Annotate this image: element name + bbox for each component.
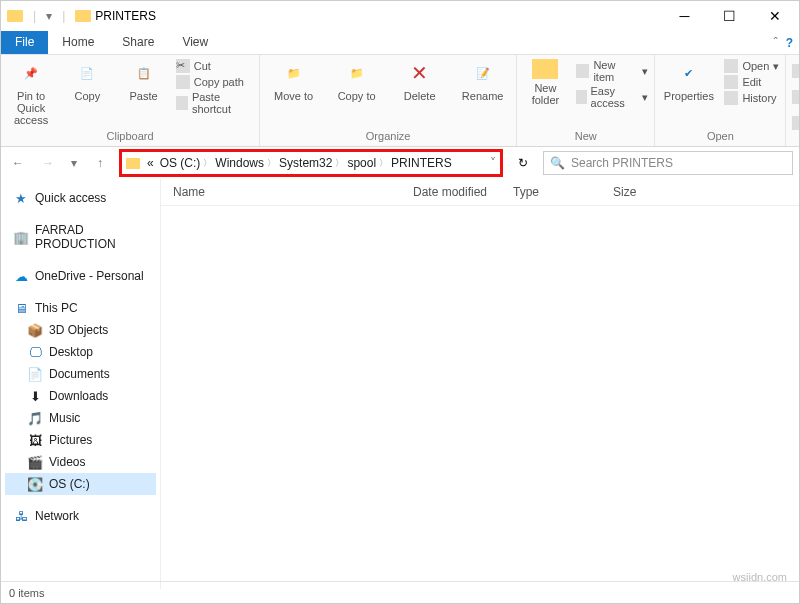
maximize-button[interactable]: ☐ bbox=[707, 2, 752, 30]
group-open: ✔Properties Open ▾ Edit History Open bbox=[655, 55, 786, 146]
minimize-button[interactable]: ─ bbox=[662, 2, 707, 30]
copy-label: Copy bbox=[75, 90, 101, 102]
chevron-right-icon[interactable]: 〉 bbox=[267, 157, 276, 170]
qat-dropdown-icon[interactable]: ▾ bbox=[46, 9, 52, 23]
breadcrumb[interactable]: Windows bbox=[215, 156, 264, 170]
breadcrumb[interactable]: spool bbox=[347, 156, 376, 170]
window-folder-icon bbox=[75, 10, 91, 22]
open-button[interactable]: Open ▾ bbox=[724, 59, 779, 73]
recent-locations-button[interactable]: ▾ bbox=[67, 152, 81, 174]
help-icon[interactable]: ? bbox=[786, 36, 793, 50]
sidebar-item-music[interactable]: 🎵Music bbox=[5, 407, 156, 429]
view-tab[interactable]: View bbox=[168, 31, 222, 54]
column-type[interactable]: Type bbox=[513, 185, 613, 199]
new-item-button[interactable]: New item ▾ bbox=[576, 59, 649, 83]
chevron-right-icon[interactable]: 〉 bbox=[379, 157, 388, 170]
invert-selection-button[interactable]: Invert selection bbox=[792, 111, 800, 135]
column-size[interactable]: Size bbox=[613, 185, 693, 199]
new-item-icon bbox=[576, 64, 590, 78]
group-label: Select bbox=[792, 135, 800, 151]
search-input[interactable]: 🔍 Search PRINTERS bbox=[543, 151, 793, 175]
column-date[interactable]: Date modified bbox=[413, 185, 513, 199]
address-dropdown-icon[interactable]: ˅ bbox=[490, 156, 496, 170]
pin-icon: 📌 bbox=[17, 59, 45, 87]
history-icon bbox=[724, 91, 738, 105]
sidebar-item-farrad[interactable]: 🏢FARRAD PRODUCTION bbox=[5, 219, 156, 255]
delete-button[interactable]: ✕Delete bbox=[392, 59, 447, 102]
chevron-right-icon[interactable]: 〉 bbox=[335, 157, 344, 170]
sidebar-item-documents[interactable]: 📄Documents bbox=[5, 363, 156, 385]
pin-to-quick-access-button[interactable]: 📌 Pin to Quick access bbox=[7, 59, 55, 126]
sidebar-item-this-pc[interactable]: 🖥This PC bbox=[5, 297, 156, 319]
edit-button[interactable]: Edit bbox=[724, 75, 779, 89]
new-folder-button[interactable]: New folder bbox=[523, 59, 568, 106]
column-name[interactable]: Name bbox=[173, 185, 413, 199]
file-list[interactable]: Name Date modified Type Size bbox=[161, 179, 799, 589]
address-folder-icon bbox=[126, 158, 140, 169]
move-to-button[interactable]: 📁Move to bbox=[266, 59, 321, 102]
pc-icon: 🖥 bbox=[13, 301, 29, 315]
music-icon: 🎵 bbox=[27, 411, 43, 425]
breadcrumb[interactable]: « bbox=[147, 156, 154, 170]
sidebar-item-3d-objects[interactable]: 📦3D Objects bbox=[5, 319, 156, 341]
forward-button[interactable]: → bbox=[37, 152, 59, 174]
edit-icon bbox=[724, 75, 738, 89]
sidebar-item-quick-access[interactable]: ★Quick access bbox=[5, 187, 156, 209]
star-icon: ★ bbox=[13, 191, 29, 205]
paste-button[interactable]: 📋 Paste bbox=[119, 59, 167, 102]
sidebar-item-os-c[interactable]: 💽OS (C:) bbox=[5, 473, 156, 495]
desktop-icon: 🖵 bbox=[27, 345, 43, 359]
sidebar-item-videos[interactable]: 🎬Videos bbox=[5, 451, 156, 473]
column-headers[interactable]: Name Date modified Type Size bbox=[161, 179, 799, 206]
history-button[interactable]: History bbox=[724, 91, 779, 105]
cut-button[interactable]: ✂Cut bbox=[176, 59, 253, 73]
copy-button[interactable]: 📄 Copy bbox=[63, 59, 111, 102]
status-bar: 0 items bbox=[1, 581, 799, 603]
rename-button[interactable]: 📝Rename bbox=[455, 59, 510, 102]
group-label: Clipboard bbox=[7, 128, 253, 144]
quick-access-toolbar-divider: | bbox=[62, 9, 65, 23]
file-tab[interactable]: File bbox=[1, 31, 48, 54]
ribbon: 📌 Pin to Quick access 📄 Copy 📋 Paste ✂Cu… bbox=[1, 55, 799, 147]
breadcrumb[interactable]: OS (C:) bbox=[160, 156, 201, 170]
search-icon: 🔍 bbox=[550, 156, 565, 170]
select-all-icon bbox=[792, 64, 800, 78]
delete-icon: ✕ bbox=[406, 59, 434, 87]
paste-shortcut-button[interactable]: Paste shortcut bbox=[176, 91, 253, 115]
properties-button[interactable]: ✔Properties bbox=[661, 59, 716, 102]
home-tab[interactable]: Home bbox=[48, 31, 108, 54]
pin-label: Pin to Quick access bbox=[7, 90, 55, 126]
refresh-button[interactable]: ↻ bbox=[511, 156, 535, 170]
move-to-icon: 📁 bbox=[280, 59, 308, 87]
back-button[interactable]: ← bbox=[7, 152, 29, 174]
breadcrumb[interactable]: PRINTERS bbox=[391, 156, 452, 170]
copy-path-button[interactable]: Copy path bbox=[176, 75, 253, 89]
easy-access-button[interactable]: Easy access ▾ bbox=[576, 85, 649, 109]
copy-to-button[interactable]: 📁Copy to bbox=[329, 59, 384, 102]
group-clipboard: 📌 Pin to Quick access 📄 Copy 📋 Paste ✂Cu… bbox=[1, 55, 260, 146]
sidebar-item-pictures[interactable]: 🖼Pictures bbox=[5, 429, 156, 451]
up-button[interactable]: ↑ bbox=[89, 152, 111, 174]
ribbon-collapse-icon[interactable]: ˆ bbox=[774, 36, 778, 50]
cloud-icon: ☁ bbox=[13, 269, 29, 283]
share-tab[interactable]: Share bbox=[108, 31, 168, 54]
breadcrumb[interactable]: System32 bbox=[279, 156, 332, 170]
sidebar-item-network[interactable]: 🖧Network bbox=[5, 505, 156, 527]
navigation-row: ← → ▾ ↑ « OS (C:)〉 Windows〉 System32〉 sp… bbox=[1, 147, 799, 179]
downloads-icon: ⬇ bbox=[27, 389, 43, 403]
group-new: New folder New item ▾ Easy access ▾ New bbox=[517, 55, 655, 146]
sidebar-item-onedrive[interactable]: ☁OneDrive - Personal bbox=[5, 265, 156, 287]
new-folder-icon bbox=[532, 59, 558, 79]
address-bar[interactable]: « OS (C:)〉 Windows〉 System32〉 spool〉 PRI… bbox=[119, 149, 503, 177]
select-all-button[interactable]: Select all bbox=[792, 59, 800, 83]
sidebar-item-desktop[interactable]: 🖵Desktop bbox=[5, 341, 156, 363]
select-none-button[interactable]: Select none bbox=[792, 85, 800, 109]
chevron-right-icon[interactable]: 〉 bbox=[203, 157, 212, 170]
copy-icon: 📄 bbox=[73, 59, 101, 87]
group-label: New bbox=[523, 128, 648, 144]
cut-icon: ✂ bbox=[176, 59, 190, 73]
network-icon: 🖧 bbox=[13, 509, 29, 523]
close-button[interactable]: ✕ bbox=[752, 2, 797, 30]
sidebar-item-downloads[interactable]: ⬇Downloads bbox=[5, 385, 156, 407]
search-placeholder: Search PRINTERS bbox=[571, 156, 673, 170]
